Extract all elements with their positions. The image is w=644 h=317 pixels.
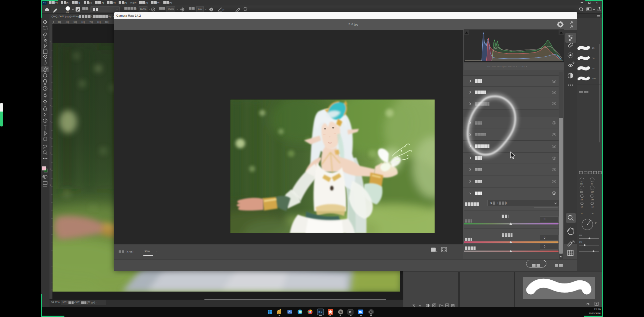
svg-text:75: 75 <box>592 67 595 70</box>
svg-text:629: 629 <box>66 11 69 13</box>
svg-text:25: 25 <box>592 47 595 49</box>
svg-text:3: 3 <box>50 89 51 91</box>
svg-text:1°: 1° <box>222 9 224 11</box>
svg-text:Ps: Ps <box>319 311 322 314</box>
svg-text:100: 100 <box>592 78 596 80</box>
svg-text:50: 50 <box>592 57 595 59</box>
svg-text:7: 7 <box>50 153 51 154</box>
svg-text:60: 60 <box>591 183 593 185</box>
svg-text:112: 112 <box>580 183 583 185</box>
svg-text:0%: 0% <box>579 234 582 236</box>
svg-text:27: 27 <box>581 213 583 215</box>
svg-text:1: 1 <box>50 57 51 59</box>
svg-text:9: 9 <box>50 184 51 186</box>
svg-text:500: 500 <box>74 21 77 23</box>
svg-text:400: 400 <box>65 21 69 23</box>
svg-text:4: 4 <box>50 105 51 106</box>
svg-text:900: 900 <box>105 21 109 23</box>
svg-text:58: 58 <box>581 199 583 201</box>
svg-text:0°: 0° <box>595 222 597 224</box>
svg-text:6: 6 <box>50 137 51 138</box>
svg-text:5: 5 <box>50 121 51 122</box>
svg-text:100: 100 <box>580 191 583 193</box>
svg-text:183: 183 <box>591 199 594 201</box>
svg-text:127: 127 <box>591 191 594 193</box>
svg-text:700: 700 <box>89 21 93 23</box>
svg-text:3: 3 <box>53 21 54 23</box>
svg-text:0: 0 <box>50 41 51 43</box>
svg-text:600: 600 <box>81 21 85 23</box>
svg-text:300: 300 <box>58 21 61 23</box>
svg-text:19: 19 <box>581 206 583 208</box>
svg-text:800: 800 <box>97 21 101 23</box>
svg-text:0%: 0% <box>579 241 582 243</box>
svg-text:8: 8 <box>50 169 51 170</box>
svg-text:13: 13 <box>591 206 593 208</box>
svg-text:35: 35 <box>591 213 593 215</box>
svg-text:2: 2 <box>50 73 51 75</box>
